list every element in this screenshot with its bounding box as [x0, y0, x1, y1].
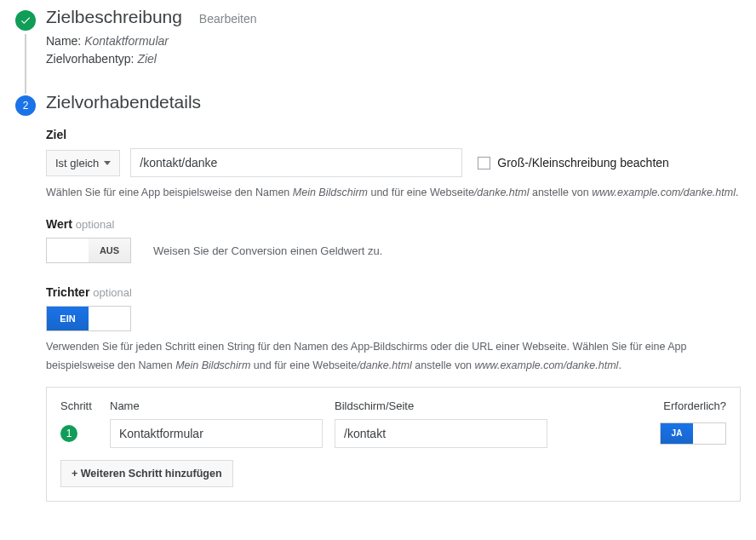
funnel-steps-box: Schritt Name Bildschirm/Seite Erforderli… — [46, 387, 741, 502]
value-toggle[interactable]: AUS — [46, 238, 131, 263]
required-toggle-on-label: JA — [661, 423, 693, 444]
case-sensitive-checkbox[interactable] — [478, 157, 490, 169]
edit-link[interactable]: Bearbeiten — [199, 12, 257, 26]
goal-label: Ziel — [46, 128, 741, 141]
col-required-label: Erforderlich? — [663, 399, 726, 412]
value-label: Wertoptional — [46, 217, 741, 231]
funnel-label: Trichteroptional — [46, 285, 741, 299]
goal-row: Ist gleich Groß-/Kleinschreibung beachte… — [46, 148, 741, 177]
value-optional: optional — [76, 218, 115, 231]
step1-title: Zielbeschreibung — [46, 7, 182, 27]
case-sensitive-label: Groß-/Kleinschreibung beachten — [497, 156, 669, 169]
funnel-help-text: Verwenden Sie für jeden Schritt einen St… — [46, 338, 741, 375]
col-step-label: Schritt — [60, 399, 98, 412]
required-toggle-knob — [693, 423, 725, 444]
name-label: Name: — [46, 34, 81, 48]
step1-row: Zielbeschreibung Bearbeiten Name: Kontak… — [0, 7, 756, 68]
step1-summary: Name: Kontaktformular Zielvorhabentyp: Z… — [46, 32, 741, 68]
goal-url-input[interactable] — [130, 148, 462, 177]
funnel-step-screen-input[interactable] — [335, 419, 547, 448]
funnel-step-row: 1 JA — [60, 419, 726, 448]
value-toggle-knob — [47, 238, 89, 262]
match-type-text: Ist gleich — [55, 157, 99, 169]
value-desc: Weisen Sie der Conversion einen Geldwert… — [153, 244, 382, 257]
step2-number-badge: 2 — [15, 95, 36, 116]
col-screen-label: Bildschirm/Seite — [335, 399, 547, 412]
funnel-toggle-knob — [89, 307, 130, 330]
type-label: Zielvorhabentyp: — [46, 52, 135, 66]
name-value: Kontaktformular — [84, 34, 169, 48]
funnel-step-required-toggle[interactable]: JA — [660, 422, 726, 445]
funnel-step-name-input[interactable] — [110, 419, 323, 448]
chevron-down-icon — [104, 161, 111, 165]
goal-help-text: Wählen Sie für eine App beispielsweise d… — [46, 184, 741, 202]
col-name-label: Name — [110, 399, 323, 412]
type-value: Ziel — [137, 52, 157, 66]
step2-title: Zielvorhabendetails — [46, 92, 201, 112]
funnel-header-row: Schritt Name Bildschirm/Seite Erforderli… — [60, 399, 726, 412]
step2-row: 2 Zielvorhabendetails Ziel Ist gleich Gr… — [0, 92, 756, 502]
funnel-toggle-on-label: EIN — [47, 307, 89, 330]
step1-check-icon — [15, 10, 36, 31]
add-step-button[interactable]: + Weiteren Schritt hinzufügen — [60, 460, 233, 487]
funnel-step-number: 1 — [60, 425, 77, 442]
value-toggle-off-label: AUS — [89, 238, 130, 262]
funnel-optional: optional — [93, 286, 132, 299]
funnel-toggle[interactable]: EIN — [46, 306, 131, 331]
connector-line — [25, 34, 26, 94]
match-type-select[interactable]: Ist gleich — [46, 150, 120, 176]
